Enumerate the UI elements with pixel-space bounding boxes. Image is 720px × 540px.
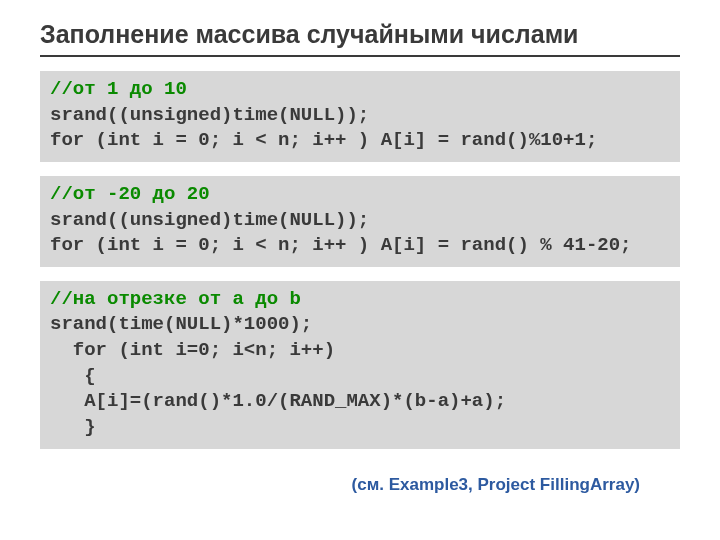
code-comment: //от -20 до 20 (50, 183, 210, 205)
code-line: { (50, 365, 96, 387)
code-line: for (int i = 0; i < n; i++ ) A[i] = rand… (50, 129, 597, 151)
code-line: A[i]=(rand()*1.0/(RAND_MAX)*(b-a)+a); (50, 390, 506, 412)
code-line: srand((unsigned)time(NULL)); (50, 209, 369, 231)
code-line: srand((unsigned)time(NULL)); (50, 104, 369, 126)
code-line: for (int i=0; i<n; i++) (50, 339, 335, 361)
slide-title: Заполнение массива случайными числами (40, 20, 680, 49)
code-line: } (50, 416, 96, 438)
code-block-2: //от -20 до 20 srand((unsigned)time(NULL… (40, 176, 680, 267)
code-line: srand(time(NULL)*1000); (50, 313, 312, 335)
code-block-1: //от 1 до 10 srand((unsigned)time(NULL))… (40, 71, 680, 162)
code-block-3: //на отрезке от a до b srand(time(NULL)*… (40, 281, 680, 449)
code-line: for (int i = 0; i < n; i++ ) A[i] = rand… (50, 234, 632, 256)
title-rule (40, 55, 680, 57)
code-comment: //на отрезке от a до b (50, 288, 301, 310)
footnote: (см. Example3, Project FillingArray) (40, 475, 680, 495)
code-comment: //от 1 до 10 (50, 78, 187, 100)
slide: Заполнение массива случайными числами //… (0, 0, 720, 505)
